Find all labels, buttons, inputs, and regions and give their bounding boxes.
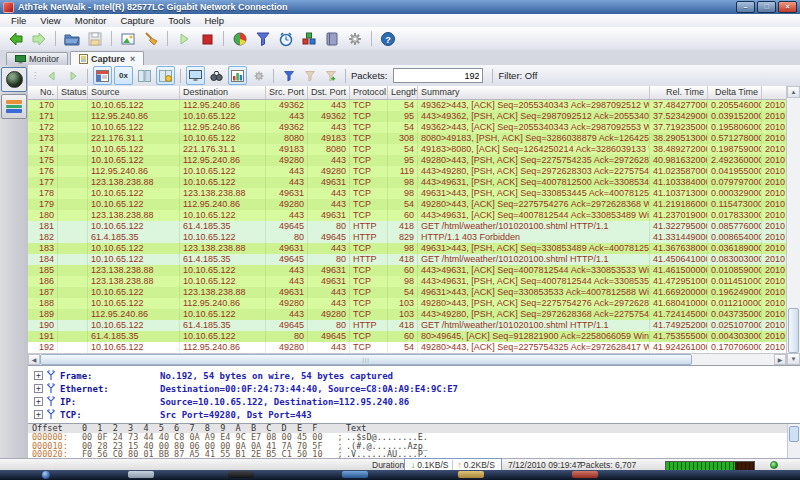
packet-row[interactable]: 18810.10.65.122112.95.240.8649280443TCP1… [28,298,786,309]
detail-tree-row[interactable]: +TCP:Src Port=49280, Dst Port=443 [28,408,800,421]
column-header-summary[interactable]: Summary [418,86,650,99]
packets-count-input[interactable] [393,68,483,83]
start-orb-icon[interactable] [42,471,50,479]
layers-view-button[interactable] [1,94,27,119]
packet-row[interactable]: 180123.138.238.8810.10.65.12244349631TCP… [28,210,786,221]
view-settings-gear-icon[interactable] [249,66,268,85]
packet-row[interactable]: 19010.10.65.12261.4.185.354964580HTTP418… [28,320,786,331]
monitor-view-icon[interactable] [186,66,205,85]
packet-row[interactable]: 18710.10.65.122123.138.238.8849631443TCP… [28,287,786,298]
report-book-icon[interactable] [322,29,342,48]
packet-row[interactable]: 177123.138.238.8810.10.65.12244349631TCP… [28,177,786,188]
filter-icon[interactable] [279,66,298,85]
column-header-length[interactable]: Length [388,86,418,99]
filter-funnel-icon[interactable] [253,29,273,48]
packet-row[interactable]: 17910.10.65.122112.95.240.8649280443TCP5… [28,199,786,210]
packet-row[interactable]: 17410.10.65.122221.176.31.1491838080TCP5… [28,144,786,155]
menu-view[interactable]: View [33,15,67,26]
packet-row[interactable]: 17510.10.65.122112.95.240.8649280443TCP9… [28,155,786,166]
expand-plus-icon[interactable]: + [34,371,43,380]
hex-scroll-thumb[interactable] [789,426,799,442]
menu-tools[interactable]: Tools [161,15,197,26]
packet-blocks-icon[interactable] [299,29,319,48]
clean-broom-icon[interactable] [141,29,161,48]
expand-plus-icon[interactable]: + [34,397,43,406]
scroll-right-arrow[interactable]: ▶ [774,354,786,365]
column-header-src-port[interactable]: Src. Port [266,86,308,99]
close-button[interactable]: × [778,1,797,13]
forward-icon[interactable] [29,29,49,48]
vertical-scrollbar[interactable]: ▲ ▼ [786,86,800,365]
packet-row[interactable]: 186123.138.238.8810.10.65.12244349631TCP… [28,276,786,287]
menu-help[interactable]: Help [197,15,231,26]
detail-tree-row[interactable]: +IP:Source=10.10.65.122, Destination=112… [28,395,800,408]
scroll-down-arrow[interactable]: ▼ [787,353,800,365]
toolbar-grip[interactable]: ⋮ [31,71,38,80]
scroll-up-arrow[interactable]: ▲ [787,86,800,98]
packet-row[interactable]: 171112.95.240.8610.10.65.12244349362TCP9… [28,111,786,122]
packet-row[interactable]: 18261.4.185.3510.10.65.1228049645HTTP829… [28,232,786,243]
filter-add-icon[interactable] [321,66,340,85]
taskbar-item[interactable] [572,471,598,478]
detail-tree-row[interactable]: +Frame:No.192, 54 bytes on wire, 54 byte… [28,369,800,382]
packet-row[interactable]: 173221.176.31.110.10.65.122808049183TCP3… [28,133,786,144]
help-icon[interactable]: ? [378,29,398,48]
packet-row[interactable]: 17210.10.65.122112.95.240.8649362443TCP5… [28,122,786,133]
packet-row[interactable]: 18310.10.65.122123.138.238.8849631443TCP… [28,243,786,254]
start-capture-icon[interactable] [174,29,194,48]
packet-row[interactable]: 176112.95.240.8610.10.65.12244349280TCP1… [28,166,786,177]
horizontal-scroll-thumb[interactable]: ||| [40,354,692,365]
taskbar-item[interactable] [458,471,484,478]
horizontal-scrollbar[interactable]: ◀ ||| ▶ [28,353,786,365]
find-binoculars-icon[interactable] [207,66,226,85]
packet-row[interactable]: 19161.4.185.3510.10.65.1228049645TCP6080… [28,331,786,342]
column-header-destination[interactable]: Destination [180,86,266,99]
packet-row[interactable]: 17810.10.65.122123.138.238.8849631443TCP… [28,188,786,199]
packet-list-view-icon[interactable] [93,66,112,85]
maximize-button[interactable]: □ [757,1,776,13]
nav-forward-icon[interactable] [63,66,82,85]
save-icon[interactable] [85,29,105,48]
packet-row[interactable]: 17010.10.65.122112.95.240.8649362443TCP5… [28,100,786,111]
expand-plus-icon[interactable]: + [34,410,43,419]
export-image-icon[interactable] [118,29,138,48]
expand-plus-icon[interactable]: + [34,384,43,393]
packet-row[interactable]: 185123.138.238.8810.10.65.12244349631TCP… [28,265,786,276]
panes-lock-icon[interactable] [156,66,175,85]
filter-status-label[interactable]: Filter: Off [498,70,537,81]
column-header-status[interactable]: Status [58,86,88,99]
detail-tree-row[interactable]: +Ethernet:Destination=00:0F:24:73:44:40,… [28,382,800,395]
scroll-track[interactable] [692,354,774,365]
taskbar-item[interactable] [342,471,368,478]
scheduler-clock-icon[interactable] [276,29,296,48]
column-header-rel-time[interactable]: Rel. Time [650,86,708,99]
chart-view-icon[interactable] [228,66,247,85]
packet-row[interactable]: 19210.10.65.122112.95.240.8649280443TCP5… [28,342,786,353]
column-header-source[interactable]: Source [88,86,180,99]
packet-row[interactable]: 189112.95.240.8610.10.65.12244349280TCP1… [28,309,786,320]
menu-monitor[interactable]: Monitor [68,15,114,26]
hex-view-icon[interactable]: 0x [114,66,133,85]
packet-row[interactable]: 18410.10.65.12261.4.185.354964580HTTP418… [28,254,786,265]
settings-gear-icon[interactable] [345,29,365,48]
minimize-button[interactable]: – [736,1,755,13]
tab-capture[interactable]: Capture × [70,51,144,65]
column-header-dst-port[interactable]: Dst. Port [308,86,350,99]
column-header-no-[interactable]: No. [28,86,58,99]
scroll-left-arrow[interactable]: ◀ [28,354,40,365]
column-header-delta-time[interactable]: Delta Time [708,86,762,99]
open-folder-icon[interactable] [62,29,82,48]
split-panes-icon[interactable] [135,66,154,85]
record-view-button[interactable] [1,67,27,92]
statistics-pie-icon[interactable] [230,29,250,48]
hex-scrollbar[interactable] [787,424,800,458]
taskbar-item[interactable] [128,471,154,478]
packet-row[interactable]: 18110.10.65.12261.4.185.354964580HTTP418… [28,221,786,232]
menu-capture[interactable]: Capture [113,15,161,26]
column-header-extra[interactable] [762,86,786,99]
nav-back-icon[interactable] [42,66,61,85]
tab-monitor[interactable]: Monitor [6,52,68,65]
vertical-scroll-thumb[interactable] [788,308,799,353]
taskbar-item[interactable] [228,471,254,478]
back-icon[interactable] [6,29,26,48]
